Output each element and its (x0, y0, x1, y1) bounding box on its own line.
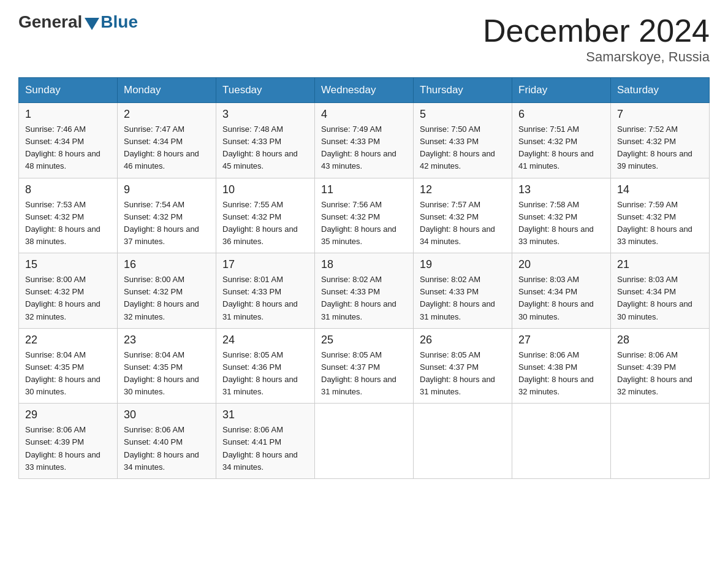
day-number: 16 (124, 258, 210, 271)
day-info: Sunrise: 8:06 AMSunset: 4:41 PMDaylight:… (222, 424, 308, 473)
day-number: 6 (518, 108, 604, 121)
calendar-day-cell: 6 Sunrise: 7:51 AMSunset: 4:32 PMDayligh… (512, 103, 611, 178)
calendar-day-cell: 19 Sunrise: 8:02 AMSunset: 4:33 PMDaylig… (414, 253, 512, 329)
day-info: Sunrise: 7:50 AMSunset: 4:33 PMDaylight:… (420, 123, 506, 173)
day-number: 11 (321, 183, 407, 196)
calendar-day-cell: 30 Sunrise: 8:06 AMSunset: 4:40 PMDaylig… (118, 404, 216, 479)
day-info: Sunrise: 8:05 AMSunset: 4:37 PMDaylight:… (420, 349, 506, 399)
day-info: Sunrise: 8:01 AMSunset: 4:33 PMDaylight:… (222, 274, 308, 323)
calendar-day-cell: 27 Sunrise: 8:06 AMSunset: 4:38 PMDaylig… (512, 328, 611, 404)
calendar-day-cell: 14 Sunrise: 7:59 AMSunset: 4:32 PMDaylig… (611, 178, 710, 253)
day-info: Sunrise: 8:06 AMSunset: 4:40 PMDaylight:… (124, 424, 210, 473)
day-number: 4 (321, 108, 407, 121)
header-thursday: Thursday (414, 78, 512, 103)
calendar-day-cell: 13 Sunrise: 7:58 AMSunset: 4:32 PMDaylig… (512, 178, 611, 253)
day-number: 12 (420, 183, 506, 196)
calendar-day-cell: 21 Sunrise: 8:03 AMSunset: 4:34 PMDaylig… (611, 253, 710, 329)
calendar-day-cell: 16 Sunrise: 8:00 AMSunset: 4:32 PMDaylig… (118, 253, 216, 329)
day-number: 14 (617, 183, 703, 196)
header-sunday: Sunday (19, 78, 118, 103)
day-number: 30 (124, 408, 210, 421)
day-info: Sunrise: 8:06 AMSunset: 4:39 PMDaylight:… (25, 424, 111, 473)
day-number: 29 (25, 408, 111, 421)
day-info: Sunrise: 7:51 AMSunset: 4:32 PMDaylight:… (518, 123, 604, 173)
calendar-week-row: 29 Sunrise: 8:06 AMSunset: 4:39 PMDaylig… (19, 404, 710, 479)
day-info: Sunrise: 7:48 AMSunset: 4:33 PMDaylight:… (222, 123, 308, 173)
day-number: 3 (222, 108, 308, 121)
calendar-day-cell: 18 Sunrise: 8:02 AMSunset: 4:33 PMDaylig… (315, 253, 414, 329)
calendar-day-cell: 15 Sunrise: 8:00 AMSunset: 4:32 PMDaylig… (19, 253, 118, 329)
month-title: December 2024 (483, 12, 710, 49)
location-subtitle: Samarskoye, Russia (483, 49, 710, 65)
calendar-day-cell: 17 Sunrise: 8:01 AMSunset: 4:33 PMDaylig… (216, 253, 315, 329)
day-number: 31 (222, 408, 308, 421)
calendar-day-cell: 22 Sunrise: 8:04 AMSunset: 4:35 PMDaylig… (19, 328, 118, 404)
calendar-day-cell (611, 404, 710, 479)
day-number: 26 (420, 334, 506, 347)
page-header: General Blue December 2024 Samarskoye, R… (18, 12, 710, 65)
calendar-day-cell: 31 Sunrise: 8:06 AMSunset: 4:41 PMDaylig… (216, 404, 315, 479)
day-info: Sunrise: 7:59 AMSunset: 4:32 PMDaylight:… (617, 199, 703, 248)
calendar-day-cell: 26 Sunrise: 8:05 AMSunset: 4:37 PMDaylig… (414, 328, 512, 404)
calendar-table: SundayMondayTuesdayWednesdayThursdayFrid… (18, 77, 710, 479)
day-number: 10 (222, 183, 308, 196)
day-number: 27 (518, 334, 604, 347)
day-number: 7 (617, 108, 703, 121)
logo-general-text: General (18, 12, 82, 32)
day-info: Sunrise: 7:47 AMSunset: 4:34 PMDaylight:… (124, 123, 210, 173)
calendar-day-cell: 7 Sunrise: 7:52 AMSunset: 4:32 PMDayligh… (611, 103, 710, 178)
calendar-day-cell: 25 Sunrise: 8:05 AMSunset: 4:37 PMDaylig… (315, 328, 414, 404)
logo-triangle-icon (85, 18, 99, 30)
day-number: 13 (518, 183, 604, 196)
day-number: 8 (25, 183, 111, 196)
header-saturday: Saturday (611, 78, 710, 103)
day-info: Sunrise: 8:06 AMSunset: 4:39 PMDaylight:… (617, 349, 703, 399)
calendar-header-row: SundayMondayTuesdayWednesdayThursdayFrid… (19, 78, 710, 103)
calendar-day-cell: 9 Sunrise: 7:54 AMSunset: 4:32 PMDayligh… (118, 178, 216, 253)
calendar-day-cell: 20 Sunrise: 8:03 AMSunset: 4:34 PMDaylig… (512, 253, 611, 329)
calendar-day-cell: 12 Sunrise: 7:57 AMSunset: 4:32 PMDaylig… (414, 178, 512, 253)
day-info: Sunrise: 7:54 AMSunset: 4:32 PMDaylight:… (124, 199, 210, 248)
calendar-week-row: 22 Sunrise: 8:04 AMSunset: 4:35 PMDaylig… (19, 328, 710, 404)
logo: General Blue (18, 12, 138, 32)
calendar-day-cell (315, 404, 414, 479)
day-info: Sunrise: 7:56 AMSunset: 4:32 PMDaylight:… (321, 199, 407, 248)
day-info: Sunrise: 7:52 AMSunset: 4:32 PMDaylight:… (617, 123, 703, 173)
calendar-day-cell (414, 404, 512, 479)
day-number: 9 (124, 183, 210, 196)
calendar-day-cell: 5 Sunrise: 7:50 AMSunset: 4:33 PMDayligh… (414, 103, 512, 178)
day-number: 17 (222, 258, 308, 271)
day-number: 25 (321, 334, 407, 347)
day-info: Sunrise: 8:06 AMSunset: 4:38 PMDaylight:… (518, 349, 604, 399)
calendar-day-cell: 28 Sunrise: 8:06 AMSunset: 4:39 PMDaylig… (611, 328, 710, 404)
logo-blue-text: Blue (100, 12, 138, 32)
day-info: Sunrise: 8:04 AMSunset: 4:35 PMDaylight:… (25, 349, 111, 399)
day-number: 21 (617, 258, 703, 271)
header-tuesday: Tuesday (216, 78, 315, 103)
header-monday: Monday (118, 78, 216, 103)
calendar-day-cell: 24 Sunrise: 8:05 AMSunset: 4:36 PMDaylig… (216, 328, 315, 404)
calendar-day-cell: 11 Sunrise: 7:56 AMSunset: 4:32 PMDaylig… (315, 178, 414, 253)
calendar-week-row: 1 Sunrise: 7:46 AMSunset: 4:34 PMDayligh… (19, 103, 710, 178)
day-info: Sunrise: 7:58 AMSunset: 4:32 PMDaylight:… (518, 199, 604, 248)
day-number: 20 (518, 258, 604, 271)
calendar-day-cell: 23 Sunrise: 8:04 AMSunset: 4:35 PMDaylig… (118, 328, 216, 404)
day-number: 23 (124, 334, 210, 347)
calendar-day-cell: 4 Sunrise: 7:49 AMSunset: 4:33 PMDayligh… (315, 103, 414, 178)
day-info: Sunrise: 7:55 AMSunset: 4:32 PMDaylight:… (222, 199, 308, 248)
day-info: Sunrise: 8:02 AMSunset: 4:33 PMDaylight:… (321, 274, 407, 323)
day-info: Sunrise: 8:00 AMSunset: 4:32 PMDaylight:… (124, 274, 210, 323)
day-number: 1 (25, 108, 111, 121)
day-number: 5 (420, 108, 506, 121)
day-info: Sunrise: 7:49 AMSunset: 4:33 PMDaylight:… (321, 123, 407, 173)
header-friday: Friday (512, 78, 611, 103)
day-info: Sunrise: 7:53 AMSunset: 4:32 PMDaylight:… (25, 199, 111, 248)
calendar-day-cell: 8 Sunrise: 7:53 AMSunset: 4:32 PMDayligh… (19, 178, 118, 253)
day-number: 2 (124, 108, 210, 121)
day-number: 15 (25, 258, 111, 271)
day-info: Sunrise: 8:03 AMSunset: 4:34 PMDaylight:… (617, 274, 703, 323)
day-info: Sunrise: 8:05 AMSunset: 4:36 PMDaylight:… (222, 349, 308, 399)
calendar-week-row: 15 Sunrise: 8:00 AMSunset: 4:32 PMDaylig… (19, 253, 710, 329)
day-number: 24 (222, 334, 308, 347)
day-number: 22 (25, 334, 111, 347)
